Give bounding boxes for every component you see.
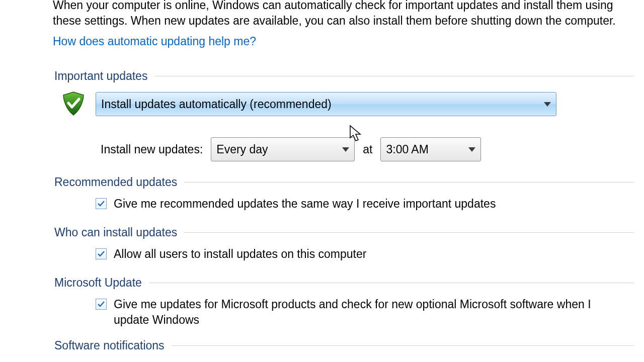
divider xyxy=(184,182,634,183)
at-label: at xyxy=(363,143,372,156)
allusers-checkbox-label: Allow all users to install updates on th… xyxy=(114,246,366,262)
chevron-down-icon xyxy=(468,147,475,152)
check-icon xyxy=(97,300,105,308)
section-legend-software-notifications: Software notifications xyxy=(54,339,634,352)
divider xyxy=(149,283,634,283)
dropdown-value: 3:00 AM xyxy=(386,143,428,156)
update-mode-dropdown[interactable]: Install updates automatically (recommend… xyxy=(96,92,556,116)
intro-text: When your computer is online, Windows ca… xyxy=(53,0,619,29)
dropdown-value: Every day xyxy=(216,143,268,156)
recommended-checkbox[interactable] xyxy=(96,198,107,209)
divider xyxy=(184,232,634,233)
divider xyxy=(172,345,634,346)
time-dropdown[interactable]: 3:00 AM xyxy=(380,137,481,161)
schedule-label: Install new updates: xyxy=(101,143,203,156)
shield-icon xyxy=(59,90,88,118)
help-link[interactable]: How does automatic updating help me? xyxy=(53,35,256,48)
chevron-down-icon xyxy=(544,102,551,107)
chevron-down-icon xyxy=(342,147,349,152)
frequency-dropdown[interactable]: Every day xyxy=(211,137,355,161)
msupdate-checkbox-label: Give me updates for Microsoft products a… xyxy=(114,297,614,328)
legend-text: Important updates xyxy=(54,69,147,83)
legend-text: Who can install updates xyxy=(54,226,177,239)
recommended-checkbox-label: Give me recommended updates the same way… xyxy=(114,196,496,212)
section-legend-recommended: Recommended updates xyxy=(54,175,634,189)
legend-text: Recommended updates xyxy=(54,175,177,189)
section-legend-important: Important updates xyxy=(54,69,634,83)
legend-text: Microsoft Update xyxy=(54,276,142,290)
allusers-checkbox[interactable] xyxy=(96,248,107,259)
divider xyxy=(154,76,634,76)
msupdate-checkbox[interactable] xyxy=(96,299,107,310)
legend-text: Software notifications xyxy=(54,339,165,352)
section-legend-who: Who can install updates xyxy=(54,226,634,239)
section-legend-msupdate: Microsoft Update xyxy=(54,276,634,290)
check-icon xyxy=(97,250,105,258)
check-icon xyxy=(97,200,105,208)
dropdown-value: Install updates automatically (recommend… xyxy=(101,98,332,111)
